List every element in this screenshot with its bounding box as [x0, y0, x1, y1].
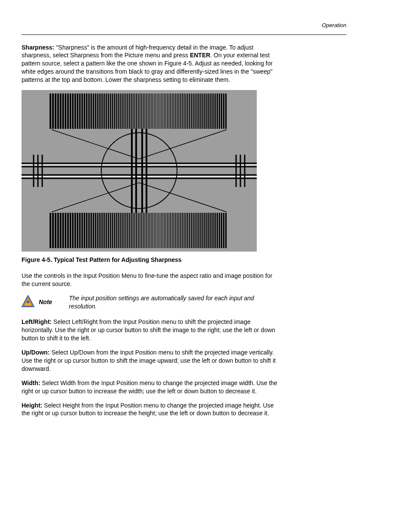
left-right-paragraph: Left/Right: Select Left/Right from the I… [22, 318, 278, 342]
svg-rect-64 [170, 93, 171, 129]
svg-rect-107 [81, 213, 83, 248]
svg-rect-2 [50, 93, 51, 129]
svg-rect-142 [149, 213, 150, 248]
svg-rect-178 [210, 213, 212, 248]
svg-rect-133 [134, 213, 135, 248]
left-right-title: Left/Right: [22, 318, 52, 325]
svg-rect-119 [108, 213, 109, 248]
svg-rect-69 [178, 93, 179, 129]
svg-rect-46 [143, 93, 144, 129]
left-right-body: Select Left/Right from the Input Positio… [22, 318, 275, 342]
svg-rect-82 [202, 93, 204, 129]
svg-rect-156 [170, 213, 171, 248]
svg-rect-10 [70, 93, 72, 129]
svg-rect-118 [106, 213, 107, 248]
sharpness-paragraph: Sharpness: "Sharpness" is the amount of … [22, 44, 278, 84]
svg-rect-76 [191, 93, 192, 129]
width-body: Select Width from the Input Position men… [22, 380, 277, 395]
svg-rect-36 [125, 93, 126, 129]
svg-rect-161 [178, 213, 179, 248]
side-column: Input Position Input Position Left/Right… [241, 423, 346, 532]
svg-rect-148 [158, 213, 159, 248]
svg-rect-48 [146, 93, 147, 129]
svg-rect-159 [175, 213, 176, 248]
svg-rect-137 [141, 213, 142, 248]
svg-rect-149 [160, 213, 160, 248]
sharpness-title: Sharpness: [22, 44, 54, 51]
svg-rect-9 [67, 93, 69, 129]
svg-rect-117 [103, 213, 105, 248]
svg-rect-116 [101, 213, 103, 248]
svg-rect-120 [110, 213, 111, 248]
svg-rect-52 [153, 93, 153, 129]
svg-rect-88 [215, 93, 216, 129]
svg-rect-154 [167, 213, 168, 248]
svg-rect-74 [187, 93, 188, 129]
svg-rect-134 [136, 213, 137, 248]
svg-rect-106 [79, 213, 81, 248]
svg-rect-70 [180, 93, 181, 129]
svg-rect-170 [195, 213, 196, 248]
svg-rect-83 [204, 93, 206, 129]
svg-rect-112 [93, 213, 94, 248]
svg-rect-92 [223, 93, 224, 129]
note-label: Note [39, 298, 69, 306]
svg-rect-26 [106, 93, 107, 129]
svg-rect-72 [184, 93, 184, 129]
svg-rect-6 [60, 93, 62, 129]
svg-rect-77 [193, 93, 193, 129]
svg-rect-167 [189, 213, 190, 248]
svg-rect-158 [174, 213, 174, 248]
svg-rect-141 [148, 213, 149, 248]
svg-rect-169 [193, 213, 193, 248]
svg-rect-105 [77, 213, 78, 248]
svg-rect-47 [145, 93, 146, 129]
svg-rect-90 [219, 93, 220, 129]
svg-point-209 [27, 301, 29, 303]
svg-rect-22 [97, 93, 99, 129]
svg-rect-100 [65, 213, 66, 248]
svg-rect-5 [57, 93, 59, 129]
svg-rect-58 [161, 93, 162, 129]
svg-rect-103 [72, 213, 74, 248]
svg-rect-132 [133, 213, 134, 248]
svg-rect-49 [148, 93, 149, 129]
svg-rect-181 [217, 213, 218, 248]
header-rule [22, 34, 346, 35]
svg-rect-60 [164, 93, 165, 129]
svg-rect-39 [131, 93, 132, 129]
svg-rect-66 [174, 93, 174, 129]
svg-rect-87 [212, 93, 214, 129]
svg-rect-71 [182, 93, 183, 129]
svg-rect-124 [118, 213, 119, 248]
up-down-title: Up/Down: [22, 349, 50, 356]
svg-rect-160 [177, 213, 177, 248]
figure-caption: Figure 4-5. Typical Test Pattern for Adj… [22, 256, 278, 264]
svg-rect-171 [196, 213, 197, 248]
svg-rect-14 [79, 93, 81, 129]
svg-rect-31 [116, 93, 117, 129]
warning-triangle-icon [22, 295, 34, 309]
svg-rect-19 [90, 93, 92, 129]
svg-rect-15 [81, 93, 83, 129]
svg-rect-38 [129, 93, 130, 129]
svg-rect-95 [52, 213, 54, 248]
svg-rect-153 [165, 213, 166, 248]
svg-rect-126 [121, 213, 122, 248]
svg-rect-41 [134, 93, 135, 129]
svg-rect-16 [84, 93, 85, 129]
svg-rect-55 [157, 93, 157, 129]
svg-rect-21 [95, 93, 96, 129]
svg-rect-12 [75, 93, 76, 129]
svg-rect-62 [167, 93, 168, 129]
svg-rect-7 [62, 93, 64, 129]
svg-rect-59 [163, 93, 163, 129]
svg-rect-27 [108, 93, 109, 129]
svg-rect-102 [70, 213, 72, 248]
svg-rect-131 [131, 213, 132, 248]
svg-rect-151 [163, 213, 163, 248]
svg-rect-75 [189, 93, 190, 129]
header-section: Operation [22, 22, 346, 29]
svg-rect-67 [175, 93, 176, 129]
svg-rect-152 [164, 213, 165, 248]
